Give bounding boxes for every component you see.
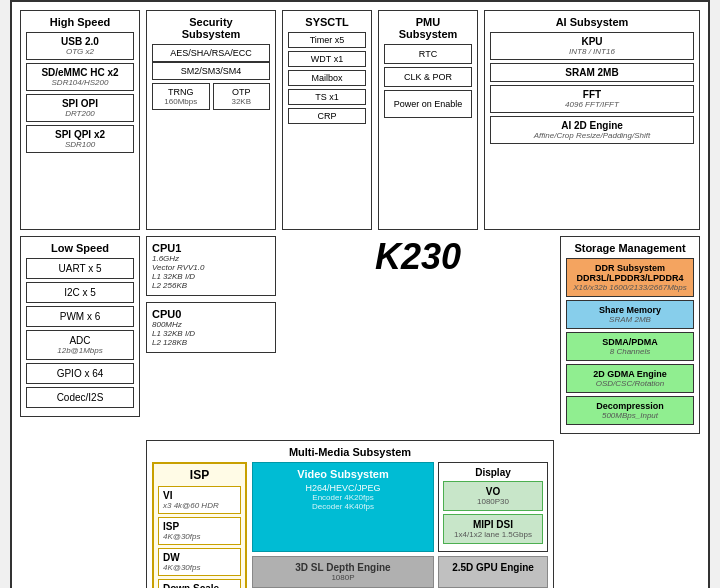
chip-diagram: High Speed USB 2.0 OTG x2 SD/eMMC HC x2 …: [10, 0, 710, 588]
low-speed-title: Low Speed: [26, 242, 134, 254]
vi-item: VI x3 4k@60 HDR: [158, 486, 241, 514]
cpu0-box: CPU0 800MHz L1 32KB I/D L2 128KB: [146, 302, 276, 353]
ai-section: AI Subsystem KPU INT8 / INT16 SRAM 2MB F…: [484, 10, 700, 230]
sdma-item: SDMA/PDMA 8 Channels: [566, 332, 694, 361]
spi-opi-item: SPI OPI DRT200: [26, 94, 134, 122]
ai-title: AI Subsystem: [490, 16, 694, 28]
isp-inner-item: ISP 4K@30fps: [158, 517, 241, 545]
low-speed-section: Low Speed UART x 5 I2C x 5 PWM x 6 ADC 1…: [20, 236, 140, 417]
multimedia-section: Multi-Media Subsystem ISP VI x3 4k@60 HD…: [146, 440, 554, 588]
display-section: Display VO 1080P30 MIPI DSI 1x4/1x2 lane…: [438, 462, 548, 552]
gdma-item: 2D GDMA Engine OSD/CSC/Rotation: [566, 364, 694, 393]
isp-title: ISP: [158, 468, 241, 482]
fft-item: FFT 4096 FFT/IFFT: [490, 85, 694, 113]
pwm-item: PWM x 6: [26, 306, 134, 327]
trng-item: TRNG 160Mbps: [152, 83, 210, 110]
dw-item: DW 4K@30fps: [158, 548, 241, 576]
power-on-enable-item: Power on Enable: [384, 90, 472, 118]
cpu1-box: CPU1 1.6GHz Vector RVV1.0 L1 32KB I/D L2…: [146, 236, 276, 296]
sl3d-section: 3D SL Depth Engine 1080P: [252, 556, 434, 588]
gpu-section: 2.5D GPU Engine: [438, 556, 548, 588]
kpu-item: KPU INT8 / INT16: [490, 32, 694, 60]
aes-item: AES/SHA/RSA/ECC: [152, 44, 270, 62]
otp-item: OTP 32KB: [213, 83, 271, 110]
ai2d-item: AI 2D Engine Affine/Crop Resize/Padding/…: [490, 116, 694, 144]
decompression-item: Decompression 500MBps_Input: [566, 396, 694, 425]
isp-section: ISP VI x3 4k@60 HDR ISP 4K@30fps DW 4K@3…: [152, 462, 247, 588]
uart-item: UART x 5: [26, 258, 134, 279]
i2c-item: I2C x 5: [26, 282, 134, 303]
wdt-item: WDT x1: [288, 51, 366, 67]
spi-qpi-item: SPI QPI x2 SDR100: [26, 125, 134, 153]
vo-item: VO 1080P30: [443, 481, 543, 511]
usb-item: USB 2.0 OTG x2: [26, 32, 134, 60]
ts-item: TS x1: [288, 89, 366, 105]
timer-item: Timer x5: [288, 32, 366, 48]
rtc-item: RTC: [384, 44, 472, 64]
display-title: Display: [443, 467, 543, 478]
gpio-item: GPIO x 64: [26, 363, 134, 384]
security-title: Security Subsystem: [152, 16, 270, 40]
downscale-item: Down Scale 4 Paths: [158, 579, 241, 588]
high-speed-title: High Speed: [26, 16, 134, 28]
adc-item: ADC 12b@1Mbps: [26, 330, 134, 360]
multimedia-title: Multi-Media Subsystem: [152, 446, 548, 458]
ddr-item: DDR Subsystem DDR3L/LPDDR3/LPDDR4 X16/x3…: [566, 258, 694, 297]
mipi-dsi-item: MIPI DSI 1x4/1x2 lane 1.5Gbps: [443, 514, 543, 544]
clk-item: CLK & POR: [384, 67, 472, 87]
storage-title: Storage Management: [566, 242, 694, 254]
sysctl-section: SYSCTL Timer x5 WDT x1 Mailbox TS x1 CRP: [282, 10, 372, 230]
cpu-section: CPU1 1.6GHz Vector RVV1.0 L1 32KB I/D L2…: [146, 236, 276, 353]
sdmmc-item: SD/eMMC HC x2 SDR104/HS200: [26, 63, 134, 91]
security-section: Security Subsystem AES/SHA/RSA/ECC SM2/S…: [146, 10, 276, 230]
sram-item: SRAM 2MB: [490, 63, 694, 82]
sysctl-title: SYSCTL: [288, 16, 366, 28]
k230-label: K230: [282, 236, 554, 278]
pmu-title: PMU Subsystem: [384, 16, 472, 40]
codec-item: Codec/I2S: [26, 387, 134, 408]
pmu-section: PMU Subsystem RTC CLK & POR Power on Ena…: [378, 10, 478, 230]
video-subsystem: Video Subsystem H264/HEVC/JPEG Encoder 4…: [252, 462, 434, 552]
high-speed-section: High Speed USB 2.0 OTG x2 SD/eMMC HC x2 …: [20, 10, 140, 230]
share-memory-item: Share Memory SRAM 2MB: [566, 300, 694, 329]
mailbox-item: Mailbox: [288, 70, 366, 86]
storage-section: Storage Management DDR Subsystem DDR3L/L…: [560, 236, 700, 434]
crp-item: CRP: [288, 108, 366, 124]
sm234-item: SM2/SM3/SM4: [152, 62, 270, 80]
